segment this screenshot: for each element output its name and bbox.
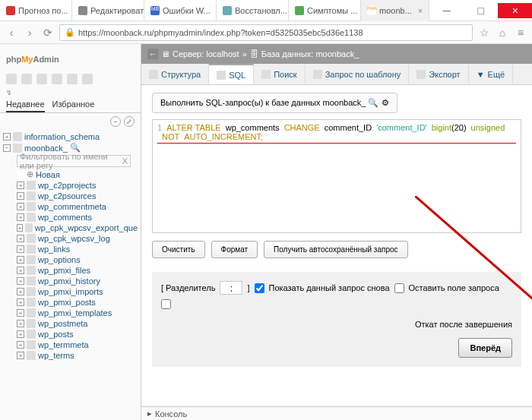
show-again-checkbox[interactable]	[255, 283, 264, 293]
table-node[interactable]: +wp_pmxi_files	[3, 265, 138, 276]
logout-icon[interactable]	[21, 74, 32, 84]
tab-search[interactable]: Поиск	[254, 64, 305, 84]
phpmyadmin-logo: phpMyAdmin	[0, 44, 141, 72]
table-node[interactable]: +wp_pmxi_templates	[3, 308, 138, 318]
reload-icon[interactable]: ⟳	[41, 26, 55, 39]
settings-icon[interactable]	[67, 74, 78, 84]
tab-query[interactable]: Запрос по шаблону	[306, 64, 410, 84]
keep-field-label: Оставить поле запроса	[409, 283, 499, 292]
console-bar[interactable]: ▸Консоль	[141, 406, 532, 420]
sql-editor[interactable]: 1ALTER TABLE wp_comments CHANGE comment_…	[152, 119, 521, 233]
bookmark-icon[interactable]: ☆	[477, 26, 491, 39]
tab-favorites[interactable]: Избранное	[52, 99, 95, 112]
browser-tab[interactable]: MBОшибки W...	[144, 0, 217, 21]
format-button[interactable]: Формат	[211, 241, 258, 258]
table-node[interactable]: +wp_cpk_wpcsv_export_que	[3, 223, 138, 233]
table-node[interactable]: +wp_pmxi_posts	[3, 297, 138, 308]
sql-icon[interactable]	[36, 74, 47, 84]
tab-recent[interactable]: Недавнее	[6, 99, 45, 112]
db-tree: +information_schema −moonback_🔍 Фильтров…	[0, 130, 141, 362]
docs-icon[interactable]	[52, 74, 62, 84]
table-node[interactable]: +wp_postmeta	[3, 318, 138, 329]
tab-sql[interactable]: SQL	[209, 64, 254, 84]
delimiter-label: [ Разделитель	[161, 283, 215, 292]
browser-tab[interactable]: Прогноз по...	[0, 0, 72, 21]
tab-export[interactable]: Экспорт	[409, 64, 468, 84]
table-node[interactable]: +wp_comments	[3, 212, 138, 223]
content-tabs: Структура SQL Поиск Запрос по шаблону Эк…	[141, 64, 532, 85]
sql-header: Выполнить SQL-запрос(ы) к базе данных mo…	[152, 93, 397, 113]
expand-icon[interactable]: ⤢	[124, 116, 135, 127]
table-node[interactable]: +wp_pmxi_imports	[3, 286, 138, 297]
sidebar-toolbar	[0, 72, 141, 89]
db-node[interactable]: +information_schema	[3, 131, 138, 142]
menu-icon[interactable]: ≡	[514, 26, 527, 39]
table-node[interactable]: +wp_c2pprojects	[3, 180, 138, 191]
address-bar[interactable]: 🔒 https://moonback.ru/phpmyadmin/index.p…	[59, 24, 473, 41]
browser-tab[interactable]: Редактировать ...	[72, 0, 144, 21]
collapse-all-icon[interactable]: −	[110, 116, 121, 127]
table-node[interactable]: +wp_posts	[3, 329, 138, 339]
back-icon[interactable]: ‹	[5, 26, 18, 39]
table-node[interactable]: +wp_commentmeta	[3, 201, 138, 212]
table-node[interactable]: +wp_links	[3, 244, 138, 254]
browser-tabs: Прогноз по... Редактировать ... MBОшибки…	[0, 0, 429, 21]
table-node[interactable]: +wp_terms	[3, 350, 138, 361]
delimiter-input[interactable]	[220, 281, 242, 295]
clear-button[interactable]: Очистить	[152, 241, 205, 258]
autosave-button[interactable]: Получить автосохранённый запрос	[264, 241, 407, 258]
table-node[interactable]: +wp_cpk_wpcsv_log	[3, 233, 138, 244]
lock-icon: 🔒	[65, 27, 75, 37]
browser-tab[interactable]: Восстановл...	[217, 0, 289, 21]
maximize-button[interactable]: □	[464, 3, 498, 18]
table-node[interactable]: +wp_pmxi_history	[3, 276, 138, 286]
minimize-button[interactable]: ─	[429, 3, 464, 18]
browser-tab-active[interactable]: PMAmoonb...×	[361, 0, 429, 21]
new-table[interactable]: ⊕Новая	[3, 169, 138, 180]
tab-structure[interactable]: Структура	[141, 64, 209, 84]
browser-tab[interactable]: Симптомы ...	[289, 0, 361, 21]
show-again-label: Показать данный запрос снова	[269, 283, 390, 292]
reload-icon[interactable]	[82, 74, 93, 84]
home-icon[interactable]: ⌂	[496, 26, 509, 39]
forward-icon[interactable]: ›	[23, 26, 36, 39]
rollback-checkbox[interactable]	[161, 299, 171, 309]
go-button[interactable]: Вперёд	[458, 338, 512, 358]
breadcrumb: ← 🖥Сервер: localhost» 🗄База данных: moon…	[141, 44, 532, 64]
rollback-label: Откат после завершения	[415, 320, 512, 329]
tab-more[interactable]: ▼Ещё	[469, 64, 513, 84]
keep-field-checkbox[interactable]	[394, 283, 404, 293]
close-button[interactable]: ×	[498, 3, 532, 18]
home-icon[interactable]	[6, 74, 17, 84]
filter-input[interactable]: Фильтровать по имени или регуX	[17, 155, 131, 167]
nav-left-icon[interactable]: ←	[147, 49, 158, 59]
table-node[interactable]: +wp_options	[3, 254, 138, 265]
table-node[interactable]: +wp_c2psources	[3, 191, 138, 201]
table-node[interactable]: +wp_termmeta	[3, 339, 138, 350]
